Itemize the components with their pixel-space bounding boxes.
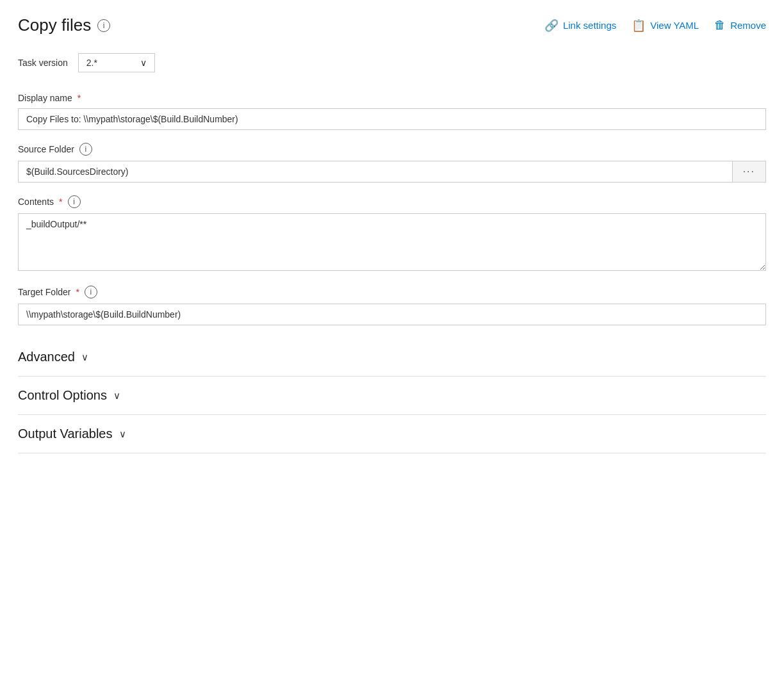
target-folder-required: * bbox=[76, 287, 79, 297]
contents-label: Contents * i bbox=[18, 195, 766, 208]
contents-label-text: Contents bbox=[18, 197, 54, 207]
task-version-value: 2.* bbox=[86, 58, 97, 68]
source-folder-label-text: Source Folder bbox=[18, 144, 74, 154]
control-options-section: Control Options ∨ bbox=[18, 377, 766, 415]
remove-label: Remove bbox=[730, 20, 766, 31]
version-chevron-icon: ∨ bbox=[140, 58, 147, 68]
page-title: Copy files bbox=[18, 15, 91, 35]
contents-info-icon[interactable]: i bbox=[68, 195, 81, 208]
display-name-input[interactable] bbox=[18, 108, 766, 130]
contents-input[interactable]: _buildOutput/** bbox=[18, 213, 766, 271]
control-options-header[interactable]: Control Options ∨ bbox=[18, 377, 766, 415]
contents-required: * bbox=[59, 197, 62, 207]
source-folder-info-icon[interactable]: i bbox=[79, 143, 92, 156]
display-name-section: Display name * bbox=[18, 93, 766, 130]
advanced-title: Advanced bbox=[18, 350, 75, 364]
target-folder-input[interactable] bbox=[18, 304, 766, 325]
source-folder-input[interactable] bbox=[18, 161, 733, 183]
title-info-icon[interactable]: i bbox=[97, 19, 110, 32]
source-folder-label: Source Folder i bbox=[18, 143, 766, 156]
output-variables-header[interactable]: Output Variables ∨ bbox=[18, 415, 766, 453]
header-left: Copy files i bbox=[18, 15, 110, 35]
remove-button[interactable]: 🗑 Remove bbox=[714, 19, 766, 32]
view-yaml-button[interactable]: 📋 View YAML bbox=[632, 19, 699, 33]
source-folder-row: ··· bbox=[18, 161, 766, 183]
view-yaml-label: View YAML bbox=[650, 20, 699, 31]
ellipsis-icon: ··· bbox=[743, 166, 755, 177]
target-folder-section: Target Folder * i bbox=[18, 286, 766, 325]
link-settings-label: Link settings bbox=[563, 20, 616, 31]
advanced-section: Advanced ∨ bbox=[18, 338, 766, 377]
advanced-header[interactable]: Advanced ∨ bbox=[18, 338, 766, 377]
view-yaml-icon: 📋 bbox=[632, 19, 646, 33]
display-name-label: Display name * bbox=[18, 93, 766, 103]
target-folder-label: Target Folder * i bbox=[18, 286, 766, 298]
output-variables-title: Output Variables bbox=[18, 427, 113, 441]
output-variables-chevron-icon: ∨ bbox=[119, 428, 126, 440]
link-settings-icon: 🔗 bbox=[544, 19, 559, 33]
task-version-row: Task version 2.* ∨ bbox=[18, 53, 766, 72]
task-version-label: Task version bbox=[18, 58, 68, 68]
remove-icon: 🗑 bbox=[714, 19, 726, 32]
source-folder-ellipsis-button[interactable]: ··· bbox=[733, 161, 766, 183]
page-header: Copy files i 🔗 Link settings 📋 View YAML… bbox=[18, 15, 766, 35]
link-settings-button[interactable]: 🔗 Link settings bbox=[544, 19, 616, 33]
task-version-select[interactable]: 2.* ∨ bbox=[78, 53, 155, 72]
display-name-required: * bbox=[78, 93, 81, 103]
advanced-chevron-icon: ∨ bbox=[81, 352, 88, 363]
header-actions: 🔗 Link settings 📋 View YAML 🗑 Remove bbox=[544, 19, 766, 33]
contents-section: Contents * i _buildOutput/** bbox=[18, 195, 766, 273]
target-folder-label-text: Target Folder bbox=[18, 287, 70, 297]
output-variables-section: Output Variables ∨ bbox=[18, 415, 766, 453]
source-folder-section: Source Folder i ··· bbox=[18, 143, 766, 183]
control-options-chevron-icon: ∨ bbox=[113, 390, 120, 402]
control-options-title: Control Options bbox=[18, 388, 107, 403]
display-name-label-text: Display name bbox=[18, 93, 72, 103]
target-folder-info-icon[interactable]: i bbox=[85, 286, 97, 298]
